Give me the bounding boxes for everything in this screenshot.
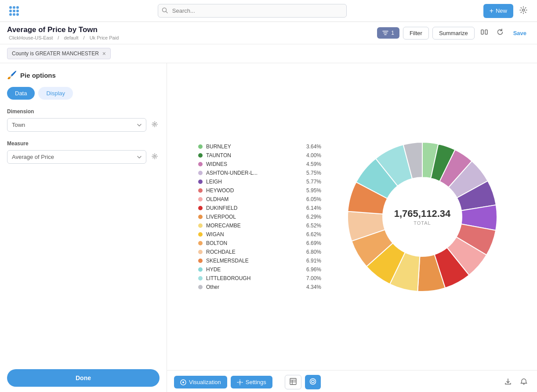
search-container <box>158 4 347 18</box>
legend-pct-4: 5.77% <box>305 179 321 185</box>
measure-value: Average of Price <box>12 154 54 160</box>
legend-pct-2: 4.59% <box>305 161 321 167</box>
done-button[interactable]: Done <box>7 369 160 387</box>
title-block: Average of Price by Town ClickHouse-US-E… <box>7 25 372 40</box>
donut-view-button[interactable] <box>305 375 321 389</box>
new-label: New <box>496 7 507 14</box>
legend-dot-7 <box>198 206 203 210</box>
svg-point-18 <box>239 381 241 383</box>
filter-tag-0: County is GREATER MANCHESTER × <box>7 48 111 59</box>
svg-point-7 <box>13 13 15 16</box>
tab-row: Data Display <box>7 87 160 100</box>
measure-label: Measure <box>7 140 160 147</box>
pie-options-header: 🖌️ Pie options <box>7 70 160 80</box>
legend-pct-7: 6.14% <box>305 205 321 211</box>
legend-pct-0: 3.64% <box>305 144 321 150</box>
legend-dot-15 <box>198 276 203 281</box>
measure-select-row: Average of Price <box>7 150 160 164</box>
header-actions: + New <box>483 4 530 18</box>
legend-name-5: HEYWOOD <box>206 187 301 194</box>
legend-name-7: DUKINFIELD <box>206 205 301 211</box>
new-button[interactable]: + New <box>483 4 513 18</box>
search-input[interactable] <box>158 4 347 18</box>
legend-name-4: LEIGH <box>206 179 301 185</box>
svg-point-11 <box>522 9 525 11</box>
svg-point-24 <box>312 380 314 383</box>
dimension-section: Dimension Town <box>7 108 160 132</box>
legend-pct-13: 6.91% <box>305 258 321 264</box>
legend-dot-13 <box>198 259 203 263</box>
columns-icon-button[interactable] <box>478 26 490 40</box>
legend-item-8: LIVERPOOL 6.29% <box>198 214 321 220</box>
refresh-icon-button[interactable] <box>494 26 506 40</box>
legend-pct-9: 6.52% <box>305 223 321 229</box>
dimension-gear-button[interactable] <box>150 119 160 130</box>
legend-item-11: BOLTON 6.69% <box>198 240 321 246</box>
legend-item-13: SKELMERSDALE 6.91% <box>198 258 321 264</box>
header: + New <box>0 0 537 22</box>
breadcrumb-item-1: ClickHouse-US-East <box>9 35 53 40</box>
filter-tag-close-0[interactable]: × <box>102 50 106 57</box>
download-icon-button[interactable] <box>502 375 514 389</box>
legend-pct-8: 6.29% <box>305 214 321 220</box>
svg-rect-19 <box>290 378 296 385</box>
legend-dot-6 <box>198 197 203 201</box>
legend-name-11: BOLTON <box>206 240 301 246</box>
svg-point-15 <box>154 155 156 157</box>
legend-item-9: MORECAMBE 6.52% <box>198 223 321 229</box>
dimension-value: Town <box>12 122 25 128</box>
tab-display-button[interactable]: Display <box>38 87 73 100</box>
legend-chart-wrap: BURNLEY 3.64% TAUNTON 4.00% WIDNES 4.59%… <box>176 133 528 300</box>
filter-badge-button[interactable]: 1 <box>377 27 399 39</box>
legend-dot-11 <box>198 241 203 245</box>
svg-point-1 <box>13 6 15 9</box>
legend-dot-10 <box>198 232 203 237</box>
legend-name-15: LITTLEBOROUGH <box>206 275 301 281</box>
settings-icon-button[interactable] <box>517 4 530 18</box>
legend-item-3: ASHTON-UNDER-L... 5.75% <box>198 170 321 176</box>
svg-point-4 <box>13 10 15 12</box>
settings-label: Settings <box>246 379 266 385</box>
legend-name-1: TAUNTON <box>206 152 301 158</box>
svg-point-6 <box>9 13 12 16</box>
filter-button[interactable]: Filter <box>403 27 429 40</box>
filter-tag-text-0: County is GREATER MANCHESTER <box>12 50 99 57</box>
legend-pct-15: 7.00% <box>305 275 321 281</box>
visualization-button[interactable]: Visualization <box>174 376 227 388</box>
legend-pct-10: 6.62% <box>305 231 321 237</box>
donut-chart: 1,765,112.34 TOTAL <box>339 133 506 300</box>
search-icon <box>162 7 168 14</box>
legend-item-16: Other 4.34% <box>198 284 321 290</box>
legend-item-10: WIGAN 6.62% <box>198 231 321 237</box>
measure-gear-button[interactable] <box>150 151 160 162</box>
legend-dot-2 <box>198 162 203 166</box>
legend-dot-5 <box>198 188 203 193</box>
logo <box>7 4 21 18</box>
breadcrumb-separator-2: / <box>83 35 85 40</box>
legend-name-6: OLDHAM <box>206 196 301 202</box>
legend-pct-14: 6.96% <box>305 266 321 273</box>
svg-rect-13 <box>485 30 487 34</box>
svg-rect-12 <box>481 30 483 34</box>
legend-item-0: BURNLEY 3.64% <box>198 144 321 150</box>
save-button[interactable]: Save <box>510 27 530 39</box>
bell-icon-button[interactable] <box>518 375 530 389</box>
page-title: Average of Price by Town <box>7 25 372 34</box>
legend-pct-3: 5.75% <box>305 170 321 176</box>
table-view-button[interactable] <box>285 375 301 389</box>
dimension-select[interactable]: Town <box>7 118 146 132</box>
legend-name-14: HYDE <box>206 266 301 273</box>
summarize-button[interactable]: Summarize <box>432 27 475 40</box>
measure-select[interactable]: Average of Price <box>7 150 146 164</box>
legend: BURNLEY 3.64% TAUNTON 4.00% WIDNES 4.59%… <box>198 144 321 290</box>
subheader-actions: 1 Filter Summarize Save <box>377 26 530 40</box>
svg-line-10 <box>166 11 167 13</box>
legend-pct-1: 4.00% <box>305 152 321 158</box>
tab-data-button[interactable]: Data <box>7 87 35 100</box>
breadcrumb: ClickHouse-US-East / default / Uk Price … <box>7 35 372 40</box>
filter-count: 1 <box>391 30 394 36</box>
svg-point-17 <box>182 381 184 383</box>
settings-viz-button[interactable]: Settings <box>231 376 272 388</box>
filter-tags-bar: County is GREATER MANCHESTER × <box>0 44 537 63</box>
subheader: Average of Price by Town ClickHouse-US-E… <box>0 22 537 44</box>
